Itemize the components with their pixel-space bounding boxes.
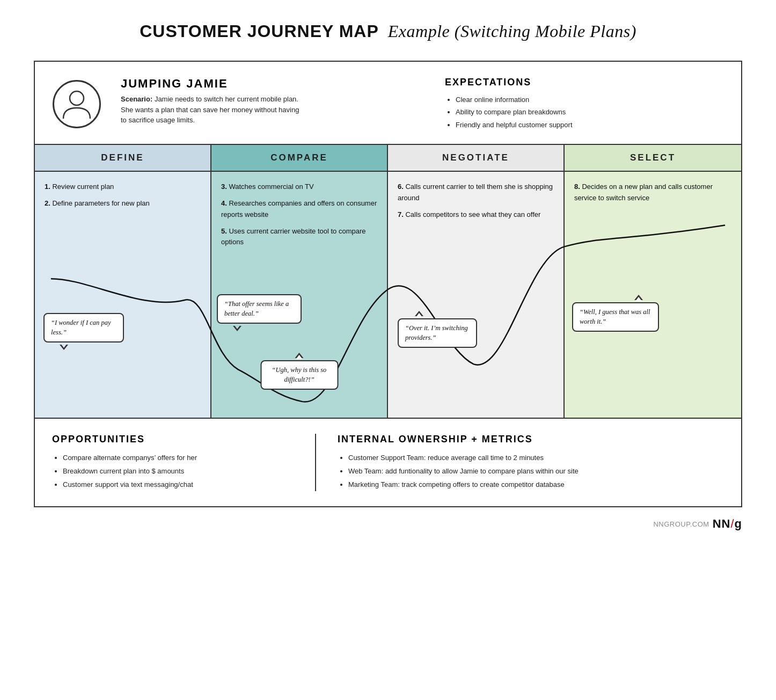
step-8: 8. Decides on a new plan and calls custo… <box>574 181 731 204</box>
expectations-block: EXPECTATIONS Clear online informationAbi… <box>413 77 724 131</box>
step-6: 6. Calls current carrier to tell them sh… <box>398 181 554 204</box>
page-title: CUSTOMER JOURNEY MAP Example (Switching … <box>140 21 636 41</box>
phases-header: DEFINE COMPARE NEGOTIATE SELECT <box>35 145 741 172</box>
avatar-wrap <box>50 77 104 131</box>
phase-compare-header: COMPARE <box>211 145 388 171</box>
journey-cell-negotiate: 6. Calls current carrier to tell them sh… <box>388 172 565 418</box>
phase-select-header: SELECT <box>565 145 741 171</box>
bubble-ugh: “Ugh, why is this so difficult?!” <box>260 360 338 390</box>
internal-block: INTERNAL OWNERSHIP + METRICS Customer Su… <box>338 434 724 491</box>
list-item: Compare alternate companys’ offers for h… <box>63 451 294 465</box>
bubble-i-wonder: “I wonder if I can pay less.” <box>43 313 124 342</box>
avatar <box>53 80 101 128</box>
opportunities-list: Compare alternate companys’ offers for h… <box>52 451 294 491</box>
vertical-divider <box>315 434 316 491</box>
persona-scenario: Scenario: Jamie needs to switch her curr… <box>121 94 303 126</box>
expectations-title: EXPECTATIONS <box>445 77 724 88</box>
step-4: 4. Researches companies and offers on co… <box>221 198 377 221</box>
list-item: Web Team: add funtionality to allow Jami… <box>348 465 724 478</box>
opportunities-block: OPPORTUNITIES Compare alternate companys… <box>52 434 294 491</box>
svg-point-0 <box>70 91 84 105</box>
list-item: Friendly and helpful customer support <box>456 119 724 131</box>
phase-define-header: DEFINE <box>35 145 211 171</box>
list-item: Ability to compare plan breakdowns <box>456 106 724 118</box>
expectations-list: Clear online informationAbility to compa… <box>445 93 724 131</box>
journey-cell-define: 1. Review current plan 2. Define paramet… <box>35 172 211 418</box>
list-item: Breakdown current plan into $ amounts <box>63 465 294 478</box>
title-italic: Example (Switching Mobile Plans) <box>388 21 636 41</box>
bubble-offer: “That offer seems like a better deal.” <box>217 294 302 324</box>
branding-site: NNGROUP.COM <box>653 520 709 528</box>
branding-logo: NN/g <box>713 517 742 531</box>
list-item: Customer Support Team: reduce average ca… <box>348 451 724 465</box>
step-5: 5. Uses current carrier website tool to … <box>221 226 377 249</box>
persona-info: JUMPING JAMIE Scenario: Jamie needs to s… <box>116 77 400 131</box>
bubble-over-it: “Over it. I’m switching providers.” <box>398 318 477 348</box>
branding: NNGROUP.COM NN/g <box>34 517 742 531</box>
list-item: Customer support via text messaging/chat <box>63 478 294 492</box>
journey-area: 1. Review current plan 2. Define paramet… <box>35 172 741 419</box>
persona-name: JUMPING JAMIE <box>121 77 400 91</box>
step-1: 1. Review current plan <box>45 181 201 193</box>
internal-list: Customer Support Team: reduce average ca… <box>338 451 724 491</box>
bottom-row: OPPORTUNITIES Compare alternate companys… <box>35 419 741 506</box>
phase-negotiate-header: NEGOTIATE <box>388 145 565 171</box>
title-bold: CUSTOMER JOURNEY MAP <box>140 21 379 41</box>
bubble-worth-it: “Well, I guess that was all worth it.” <box>572 302 659 332</box>
list-item: Clear online information <box>456 93 724 106</box>
journey-cell-compare: 3. Watches commercial on TV 4. Researche… <box>211 172 388 418</box>
internal-title: INTERNAL OWNERSHIP + METRICS <box>338 434 724 445</box>
persona-row: JUMPING JAMIE Scenario: Jamie needs to s… <box>35 62 741 145</box>
list-item: Marketing Team: track competing offers t… <box>348 478 724 492</box>
opportunities-title: OPPORTUNITIES <box>52 434 294 445</box>
journey-cell-select: 8. Decides on a new plan and calls custo… <box>565 172 741 418</box>
step-7: 7. Calls competitors to see what they ca… <box>398 209 554 221</box>
main-container: JUMPING JAMIE Scenario: Jamie needs to s… <box>34 61 742 507</box>
step-2: 2. Define parameters for new plan <box>45 198 201 209</box>
step-3: 3. Watches commercial on TV <box>221 181 377 193</box>
